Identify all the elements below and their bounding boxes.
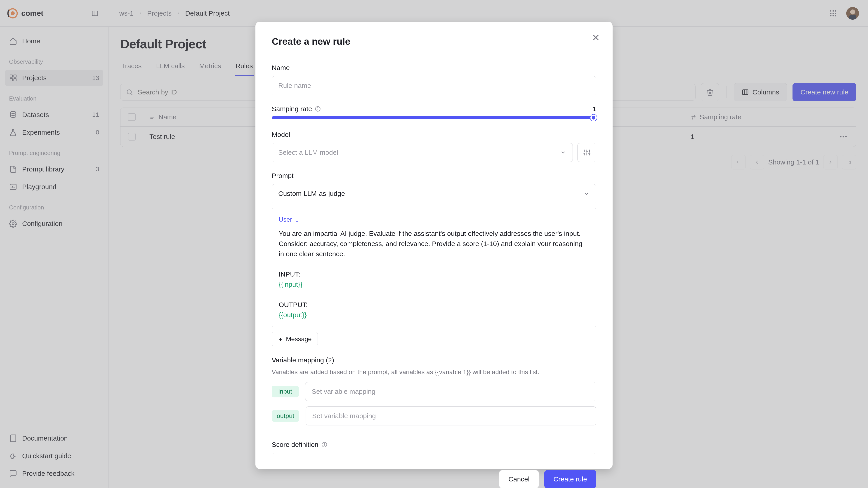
prompt-label: Prompt (272, 172, 596, 180)
sampling-rate-slider[interactable] (272, 116, 596, 119)
variable-mapping-title: Variable mapping (2) (272, 356, 596, 364)
create-rule-button[interactable]: Create rule (544, 470, 596, 488)
variable-row-output: output (272, 406, 596, 425)
prompt-template-select[interactable]: Custom LLM-as-judge (272, 184, 596, 203)
variable-row-input: input (272, 382, 596, 401)
variable-mapping-input-2[interactable] (306, 406, 596, 425)
sliders-icon (583, 149, 591, 156)
plus-icon (278, 336, 283, 342)
sampling-rate-label: Samping rate (272, 105, 321, 113)
info-icon[interactable] (315, 106, 321, 112)
modal-title: Create a new rule (272, 36, 596, 47)
svg-point-59 (324, 443, 324, 444)
variable-mapping-input-1[interactable] (305, 382, 596, 401)
model-settings-button[interactable] (577, 143, 596, 162)
template-variable-input: {{input}} (279, 281, 303, 288)
model-select[interactable]: Select a LLM model (272, 143, 573, 162)
prompt-editor[interactable]: User You are an impartial AI judge. Eval… (272, 207, 596, 327)
sampling-rate-value: 1 (592, 105, 596, 113)
svg-point-45 (318, 107, 318, 108)
prompt-template-value: Custom LLM-as-judge (278, 190, 345, 197)
chevron-down-icon (560, 149, 566, 156)
info-icon[interactable] (321, 442, 328, 448)
variable-badge-output: output (272, 410, 299, 422)
score-definition-input[interactable] (272, 453, 596, 461)
variable-mapping-help: Variables are added based on the prompt,… (272, 368, 596, 376)
score-definition-label: Score definition (272, 441, 596, 449)
add-message-button[interactable]: Message (272, 332, 318, 346)
add-message-label: Message (286, 335, 312, 343)
model-select-placeholder: Select a LLM model (278, 149, 338, 156)
chevron-down-icon (583, 191, 590, 197)
create-rule-modal: Create a new rule Name Samping rate 1 (255, 22, 613, 469)
chevron-down-icon (294, 217, 299, 222)
model-label: Model (272, 131, 596, 138)
modal-scrim[interactable]: Create a new rule Name Samping rate 1 (0, 0, 868, 488)
role-selector[interactable]: User (279, 215, 299, 224)
role-label: User (279, 215, 292, 224)
cancel-button[interactable]: Cancel (499, 470, 539, 488)
modal-close-button[interactable] (591, 33, 601, 42)
close-icon (591, 33, 601, 42)
variable-badge-input: input (272, 386, 299, 397)
prompt-body[interactable]: You are an impartial AI judge. Evaluate … (279, 228, 589, 320)
name-label: Name (272, 64, 596, 72)
rule-name-input[interactable] (272, 76, 596, 95)
template-variable-output: {{output}} (279, 311, 307, 319)
slider-thumb[interactable] (590, 115, 597, 121)
